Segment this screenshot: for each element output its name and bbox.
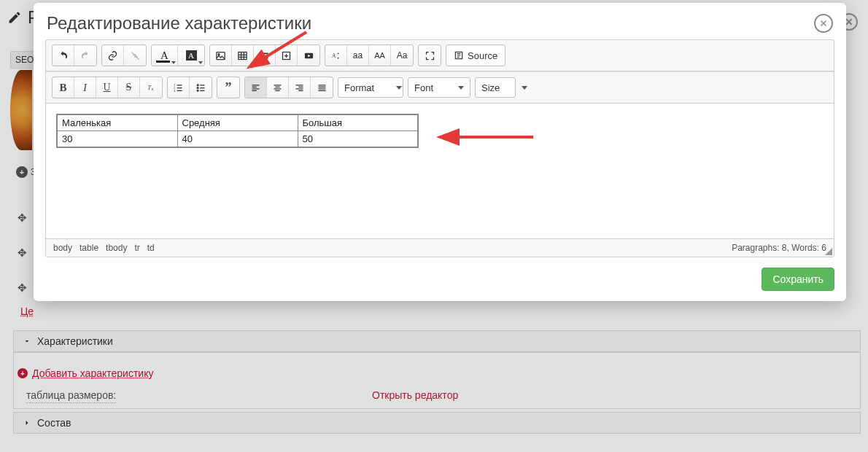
table-cell[interactable]: Средняя <box>177 114 298 131</box>
undo-icon <box>58 50 69 61</box>
bg-color-button[interactable]: A <box>178 45 204 66</box>
unordered-list-button[interactable] <box>190 77 212 98</box>
save-button[interactable]: Сохранить <box>762 268 834 291</box>
word-count: Paragraphs: 8, Words: 6 <box>732 243 826 253</box>
svg-text:A: A <box>332 52 336 59</box>
edit-characteristic-modal: Редактирование характеристики A A <box>34 3 846 301</box>
table-button[interactable] <box>232 45 254 66</box>
table-cell[interactable]: 30 <box>57 131 177 148</box>
svg-point-12 <box>197 84 198 85</box>
align-center-icon <box>272 82 283 93</box>
align-left-icon <box>250 82 261 93</box>
size-combo[interactable]: Size <box>475 77 516 98</box>
redo-icon <box>80 50 91 61</box>
image-button[interactable] <box>210 45 232 66</box>
table-cell[interactable]: Маленькая <box>57 114 177 131</box>
source-button[interactable]: Source <box>446 45 505 66</box>
dropdown-icon <box>396 86 402 90</box>
modal-header: Редактирование характеристики <box>34 3 846 39</box>
size-label: Size <box>481 82 500 93</box>
svg-text:x: x <box>151 87 153 91</box>
svg-text:T: T <box>147 85 151 91</box>
source-label: Source <box>468 50 497 61</box>
align-right-button[interactable] <box>289 77 311 98</box>
italic-button[interactable]: I <box>74 77 96 98</box>
table-row[interactable]: Маленькая Средняя Большая <box>57 114 418 131</box>
elements-path: body table tbody tr td <box>53 243 155 253</box>
redo-button[interactable] <box>74 45 96 66</box>
youtube-button[interactable] <box>298 45 319 66</box>
format-label: Format <box>344 82 374 93</box>
link-button[interactable] <box>102 45 124 66</box>
source-icon <box>454 50 464 61</box>
insert-button[interactable] <box>276 45 298 66</box>
remove-format-icon: Tx <box>146 82 157 93</box>
close-icon <box>819 19 828 28</box>
capitalize-button[interactable]: Aa <box>391 45 413 66</box>
align-justify-button[interactable] <box>311 77 333 98</box>
ordered-list-button[interactable]: 123 <box>168 77 190 98</box>
path-item[interactable]: tbody <box>106 243 127 253</box>
font-combo[interactable]: Font <box>408 77 470 98</box>
align-right-icon <box>294 82 305 93</box>
remove-format-button[interactable]: Tx <box>140 77 162 98</box>
format-combo[interactable]: Format <box>338 77 403 98</box>
modal-close-button[interactable] <box>814 14 833 33</box>
dropdown-icon <box>522 86 527 90</box>
uppercase-button[interactable]: AA <box>369 45 391 66</box>
editor-toolbar-row-1: A A A aa AA Aa Sourc <box>46 40 834 71</box>
ol-icon: 123 <box>173 82 184 93</box>
modal-actions: Сохранить <box>34 257 846 291</box>
svg-point-1 <box>218 53 220 55</box>
unlink-button[interactable] <box>124 45 146 66</box>
lowercase-button[interactable]: aa <box>347 45 369 66</box>
bold-button[interactable]: B <box>53 77 74 98</box>
ul-icon <box>195 82 206 93</box>
editor-footer: body table tbody tr td Paragraphs: 8, Wo… <box>46 238 834 257</box>
image-icon <box>215 50 226 61</box>
hr-button[interactable] <box>254 45 276 66</box>
table-icon <box>237 50 248 61</box>
maximize-icon <box>425 50 435 61</box>
text-color-button[interactable]: A <box>152 45 178 66</box>
undo-button[interactable] <box>53 45 74 66</box>
align-center-button[interactable] <box>267 77 289 98</box>
table-cell[interactable]: 40 <box>177 131 298 148</box>
editor-toolbar-row-2: B I U S Tx 123 ” Format Font Size <box>46 71 834 104</box>
char-height-button[interactable]: A <box>325 45 347 66</box>
align-justify-icon <box>317 82 328 93</box>
svg-point-14 <box>197 90 198 91</box>
plus-box-icon <box>281 50 292 61</box>
dropdown-icon <box>458 86 464 90</box>
underline-button[interactable]: U <box>96 77 118 98</box>
horizontal-rule-icon <box>259 50 270 61</box>
svg-rect-2 <box>239 52 247 59</box>
strike-button[interactable]: S <box>118 77 140 98</box>
table-row[interactable]: 30 40 50 <box>57 131 418 148</box>
align-left-button[interactable] <box>245 77 267 98</box>
blockquote-button[interactable]: ” <box>217 77 239 98</box>
path-item[interactable]: tr <box>134 243 139 253</box>
svg-point-13 <box>197 87 198 88</box>
maximize-button[interactable] <box>419 45 441 66</box>
modal-title: Редактирование характеристики <box>47 13 311 34</box>
font-label: Font <box>414 82 433 93</box>
path-item[interactable]: body <box>53 243 72 253</box>
path-item[interactable]: table <box>80 243 98 253</box>
table-cell[interactable]: 50 <box>298 131 418 148</box>
ckeditor: A A A aa AA Aa Sourc <box>45 39 834 257</box>
path-item[interactable]: td <box>147 243 155 253</box>
char-height-icon: A <box>330 50 341 61</box>
table-cell[interactable]: Большая <box>298 114 418 131</box>
unlink-icon <box>130 50 141 61</box>
link-icon <box>107 50 118 61</box>
svg-text:3: 3 <box>174 89 175 92</box>
youtube-icon <box>303 50 314 61</box>
sizes-table[interactable]: Маленькая Средняя Большая 30 40 50 <box>56 114 419 148</box>
resize-handle[interactable] <box>825 248 832 255</box>
editor-content[interactable]: Маленькая Средняя Большая 30 40 50 <box>46 104 834 238</box>
